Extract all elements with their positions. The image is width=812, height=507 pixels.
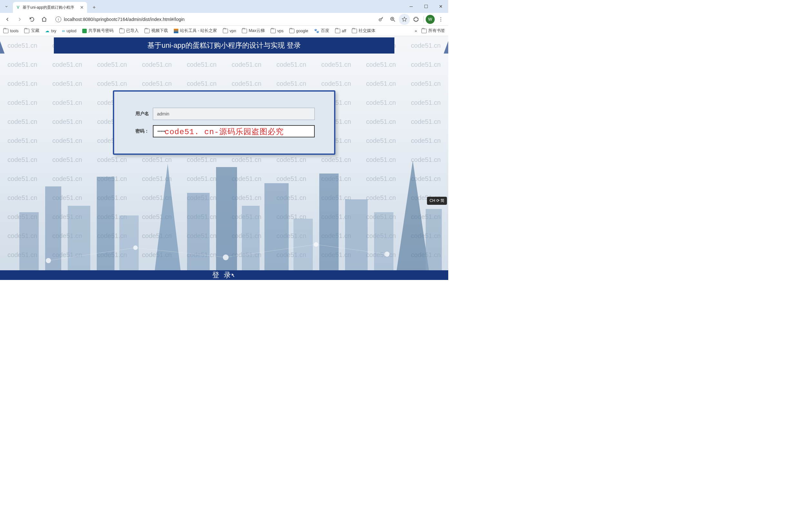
svg-rect-8 — [97, 177, 114, 270]
password-key-icon[interactable] — [376, 14, 387, 25]
login-card: 用户名 密码： code51. cn-源码乐园盗图必究 — [113, 90, 335, 155]
url-text: localhost:8080/springbootc7164/admin/dis… — [64, 17, 184, 22]
bookmark-item[interactable]: vpn — [223, 29, 236, 33]
vue-favicon-icon: V — [15, 5, 21, 10]
bookmarks-overflow-icon[interactable]: » — [415, 29, 417, 33]
bookmark-item[interactable]: aff — [335, 29, 346, 33]
username-label: 用户名 — [127, 111, 153, 117]
svg-rect-6 — [45, 186, 61, 270]
city-skyline-image — [0, 148, 448, 270]
watermark-overlay: code51.cncode51.cncode51.cncode51.cncode… — [0, 36, 448, 280]
close-window-button[interactable]: ✕ — [433, 0, 448, 13]
close-tab-button[interactable]: ✕ — [79, 5, 84, 10]
svg-rect-11 — [187, 193, 210, 270]
svg-point-4 — [441, 21, 441, 21]
svg-point-22 — [133, 245, 138, 250]
svg-marker-10 — [155, 164, 181, 270]
svg-rect-7 — [68, 206, 90, 270]
browser-toolbar: i localhost:8080/springbootc7164/admin/d… — [0, 13, 448, 26]
svg-point-2 — [441, 17, 441, 18]
bookmarks-bar: tools 宝藏 ☁txy ∞uplod 共享账号密码 已导入 视频下载 站长工… — [0, 26, 448, 36]
svg-point-23 — [223, 255, 229, 260]
svg-rect-20 — [426, 209, 442, 270]
svg-rect-15 — [293, 219, 313, 270]
site-info-icon[interactable]: i — [55, 16, 61, 22]
url-bar[interactable]: i localhost:8080/springbootc7164/admin/d… — [52, 14, 373, 24]
extensions-icon[interactable] — [410, 14, 421, 25]
bookmark-item[interactable]: 视频下载 — [144, 28, 168, 34]
profile-avatar[interactable]: W — [426, 15, 435, 24]
home-button[interactable] — [39, 14, 50, 25]
window-controls: ─ ☐ ✕ — [404, 0, 448, 13]
svg-point-25 — [385, 251, 390, 257]
svg-point-3 — [441, 19, 441, 19]
menu-button[interactable] — [436, 14, 446, 25]
page-title: 基于uni-app的蛋糕订购小程序的设计与实现 登录 — [54, 38, 394, 54]
page-header-ribbon: 基于uni-app的蛋糕订购小程序的设计与实现 登录 — [0, 38, 448, 54]
svg-rect-17 — [345, 199, 368, 270]
svg-rect-14 — [265, 183, 289, 270]
browser-tab-active[interactable]: V 基于uni-app的蛋糕订购小程序 ✕ — [13, 2, 87, 13]
svg-rect-9 — [119, 216, 139, 270]
svg-rect-16 — [319, 173, 339, 270]
tabs-dropdown-button[interactable] — [3, 3, 10, 10]
bookmark-item[interactable]: 站长工具 - 站长之家 — [174, 28, 217, 34]
svg-point-24 — [314, 242, 318, 247]
new-tab-button[interactable]: + — [90, 3, 99, 12]
bookmark-item[interactable]: Max云梯 — [242, 28, 265, 34]
tab-title: 基于uni-app的蛋糕订购小程序 — [22, 5, 77, 10]
bookmark-star-button[interactable] — [399, 14, 410, 25]
svg-rect-12 — [216, 167, 237, 270]
bookmark-item[interactable]: ☁txy — [45, 29, 56, 33]
svg-point-21 — [46, 258, 51, 263]
bookmark-item[interactable]: ∞uplod — [62, 29, 76, 33]
bookmark-item[interactable]: google — [289, 29, 308, 33]
reload-button[interactable] — [26, 14, 38, 25]
bookmark-item[interactable]: 宝藏 — [24, 28, 39, 34]
login-button[interactable]: 登 录 — [0, 270, 448, 280]
bookmark-item[interactable]: 共享账号密码 — [82, 28, 114, 34]
watermark-warning-text: code51. cn-源码乐园盗图必究 — [165, 126, 283, 137]
svg-rect-18 — [374, 212, 393, 270]
bookmark-item[interactable]: 🐾百度 — [314, 28, 329, 34]
minimize-button[interactable]: ─ — [404, 0, 419, 13]
svg-point-0 — [379, 19, 381, 21]
bookmark-item[interactable]: 社交媒体 — [352, 28, 375, 34]
password-label: 密码： — [127, 128, 153, 134]
forward-button[interactable] — [14, 14, 25, 25]
all-bookmarks-button[interactable]: 所有书签 — [421, 28, 445, 34]
bookmark-item[interactable]: tools — [3, 29, 18, 33]
zoom-icon[interactable] — [387, 14, 398, 25]
browser-titlebar: V 基于uni-app的蛋糕订购小程序 ✕ + ─ ☐ ✕ — [0, 0, 448, 13]
ime-indicator[interactable]: CH ⟳ 简 — [427, 197, 447, 205]
svg-marker-19 — [397, 161, 429, 270]
svg-rect-13 — [242, 206, 259, 270]
bookmark-item[interactable]: 已导入 — [119, 28, 139, 34]
page-viewport: code51.cncode51.cncode51.cncode51.cncode… — [0, 36, 448, 280]
username-input[interactable] — [153, 108, 315, 120]
bookmark-item[interactable]: vps — [271, 29, 283, 33]
back-button[interactable] — [2, 14, 13, 25]
svg-rect-5 — [19, 212, 39, 270]
maximize-button[interactable]: ☐ — [419, 0, 433, 13]
